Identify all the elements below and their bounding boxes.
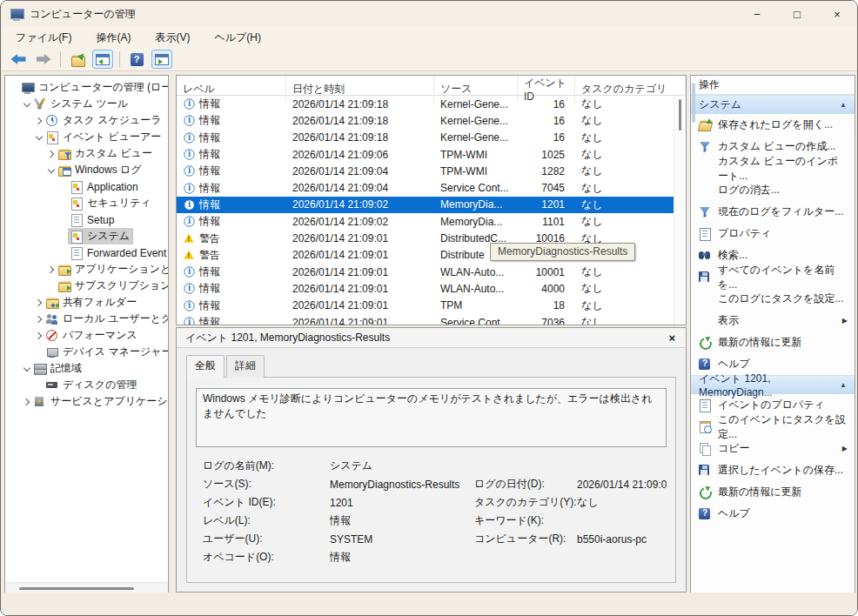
chevron-down-icon[interactable] (45, 164, 57, 176)
event-row[interactable]: 情報2026/01/14 21:09:01WLAN-Auto...10001なし (177, 264, 686, 280)
tree-item-label: デバイス マネージャー (63, 345, 168, 359)
field-value: SYSTEM (330, 533, 474, 546)
tree-item[interactable]: タスク スケジューラ (5, 112, 168, 129)
tree-item[interactable]: デバイス マネージャー (5, 344, 168, 360)
event-category-cell: なし (575, 213, 686, 230)
action-item[interactable]: プロパティ (691, 223, 855, 244)
action-item[interactable]: このイベントにタスクを設定... (691, 416, 855, 438)
tab-details[interactable]: 詳細 (226, 355, 265, 378)
tree-item[interactable]: システム ツール (5, 96, 168, 112)
tree-item[interactable]: 記憶域 (5, 360, 168, 377)
close-button[interactable]: × (817, 1, 857, 27)
event-row[interactable]: 情報2026/01/14 21:09:01TPM18なし (177, 298, 686, 314)
event-id-cell: 1025 (518, 146, 575, 163)
action-item[interactable]: 表示▶ (691, 310, 855, 331)
detail-close-icon[interactable]: × (665, 331, 679, 345)
actions-scrollbar-thumb[interactable] (692, 83, 695, 123)
chevron-right-icon[interactable] (33, 115, 44, 126)
tree-item[interactable]: 共有フォルダー (5, 294, 168, 311)
action-item[interactable]: このログにタスクを設定... (691, 288, 855, 310)
show-hide-action-pane-button[interactable] (151, 50, 172, 69)
chevron-right-icon[interactable] (33, 313, 44, 325)
tree-item[interactable]: Forwarded Event (5, 244, 168, 261)
action-item[interactable]: ヘルプ (691, 503, 855, 525)
event-category-cell: なし (575, 280, 686, 297)
maximize-button[interactable]: □ (777, 1, 817, 27)
event-category-cell: なし (575, 314, 686, 325)
tree-item[interactable]: システム (5, 228, 168, 244)
forward-button[interactable] (33, 50, 54, 69)
tree-horizontal-scrollbar[interactable] (5, 582, 168, 593)
field-label: タスクのカテゴリ(Y): (474, 495, 577, 510)
chevron-right-icon[interactable] (45, 148, 57, 159)
chevron-right-icon[interactable] (45, 264, 57, 275)
show-hide-console-tree-button[interactable] (92, 50, 113, 69)
chevron-down-icon[interactable] (21, 363, 32, 374)
tree-item[interactable]: アプリケーションとサービ (5, 261, 168, 278)
menu-item-1[interactable]: 操作(A) (88, 28, 138, 48)
chevron-down-icon[interactable] (33, 131, 44, 143)
collapse-caret-icon[interactable]: ▲ (840, 381, 847, 389)
event-id-cell: 16 (518, 130, 575, 146)
submenu-arrow-icon: ▶ (842, 445, 848, 452)
scrollbar-thumb[interactable] (679, 99, 681, 131)
chevron-right-icon[interactable] (21, 396, 32, 407)
menu-item-3[interactable]: ヘルプ(H) (206, 28, 269, 48)
tab-general[interactable]: 全般 (186, 355, 225, 378)
menu-item-0[interactable]: ファイル(F) (8, 28, 79, 48)
tree-item[interactable]: コンピューターの管理 (ローカル) (5, 79, 168, 96)
event-id-cell: 16 (518, 112, 575, 129)
action-item[interactable]: 保存されたログを開く... (691, 114, 855, 136)
scrollbar-thumb[interactable] (19, 587, 134, 590)
export-list-button[interactable] (67, 50, 88, 69)
help2-icon (698, 507, 712, 520)
chevron-right-icon[interactable] (33, 330, 44, 341)
chevron-right-icon[interactable] (33, 297, 44, 308)
event-level-label: 情報 (199, 113, 220, 128)
action-section-header[interactable]: システム▲ (691, 95, 855, 114)
tree-item[interactable]: セキュリティ (5, 195, 168, 211)
tree-item-label: Forwarded Event (87, 247, 166, 259)
event-row[interactable]: 情報2026/01/14 21:09:18Kernel-Gene...16なし (177, 130, 686, 146)
tree-item[interactable]: カスタム ビュー (5, 145, 168, 162)
event-row[interactable]: 情報2026/01/14 21:09:18Kernel-Gene...16なし (177, 112, 686, 129)
action-sections: システム▲保存されたログを開く...カスタム ビューの作成...カスタム ビュー… (691, 95, 855, 525)
tree-item[interactable]: サブスクリプション (5, 278, 168, 294)
menu-item-2[interactable]: 表示(V) (147, 28, 198, 48)
tree-item[interactable]: Application (5, 178, 168, 195)
event-row[interactable]: 情報2026/01/14 21:09:04Service Cont...7045… (177, 179, 686, 196)
tree-item[interactable]: イベント ビューアー (5, 129, 168, 145)
event-row[interactable]: 情報2026/01/14 21:09:01WLAN-Auto...4000なし (177, 280, 686, 297)
back-button[interactable] (8, 50, 29, 69)
tree-item[interactable]: ディスクの管理 (5, 377, 168, 393)
event-row[interactable]: 情報2026/01/14 21:09:18Kernel-Gene...16なし (177, 96, 686, 112)
chevron-placeholder (57, 214, 69, 225)
chevron-down-icon[interactable] (21, 98, 32, 110)
action-item[interactable]: カスタム ビューのインポート... (691, 157, 855, 179)
tree-item[interactable]: Windows ログ (5, 162, 168, 178)
tree-item[interactable]: パフォーマンス (5, 327, 168, 344)
event-row[interactable]: 情報2026/01/14 21:09:06TPM-WMI1025なし (177, 146, 686, 163)
event-row[interactable]: 情報2026/01/14 21:09:02MemoryDia...1201なし (177, 197, 686, 213)
action-item[interactable]: 最新の情報に更新 (691, 331, 855, 353)
event-level-label: 情報 (199, 131, 220, 145)
collapse-caret-icon[interactable]: ▲ (840, 101, 847, 109)
console-tree-icon (96, 54, 110, 65)
action-section-header[interactable]: イベント 1201, MemoryDiagn...▲ (691, 375, 855, 394)
tree-item[interactable]: Setup (5, 211, 168, 228)
action-item[interactable]: 選択したイベントの保存... (691, 459, 855, 481)
tree-item[interactable]: サービスとアプリケーション (5, 393, 168, 410)
tree-item[interactable]: ローカル ユーザーとグループ (5, 311, 168, 327)
event-list: レベル日付と時刻ソースイベント IDタスクのカテゴリ 情報2026/01/14 … (176, 75, 687, 325)
event-description[interactable]: Windows メモリ診断によりコンピューターのメモリがテストされましたが、エラ… (196, 388, 667, 447)
action-item[interactable]: すべてのイベントを名前を... (691, 266, 855, 288)
help-button[interactable]: ? (126, 50, 147, 69)
action-item[interactable]: 現在のログをフィルター... (691, 201, 855, 223)
event-row[interactable]: 情報2026/01/14 21:09:01Service Cont...7036… (177, 314, 686, 325)
event-list-scrollbar[interactable] (674, 96, 686, 325)
event-row[interactable]: 情報2026/01/14 21:09:02MemoryDia...1101なし (177, 213, 686, 230)
minimize-button[interactable]: − (737, 1, 777, 27)
folder-icon (57, 147, 71, 160)
event-row[interactable]: 情報2026/01/14 21:09:04TPM-WMI1282なし (177, 163, 686, 179)
action-item[interactable]: 最新の情報に更新 (691, 481, 855, 503)
